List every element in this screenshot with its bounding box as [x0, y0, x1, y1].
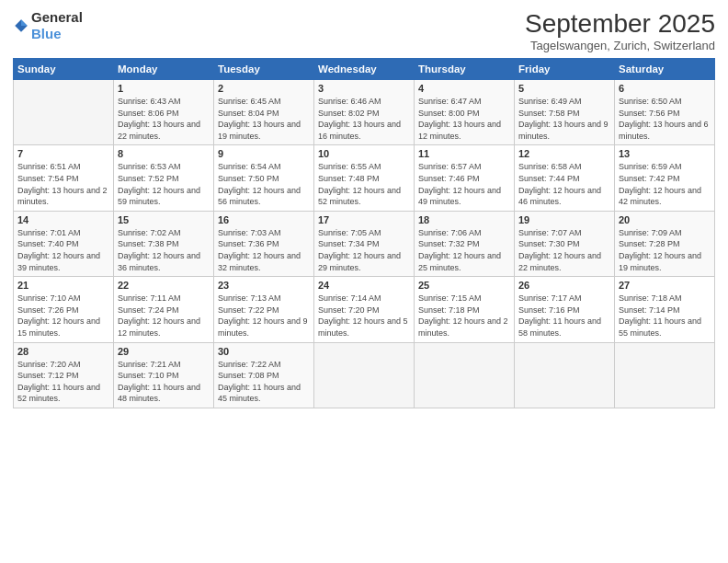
day-number: 15 [118, 214, 210, 225]
cell-info: Sunrise: 7:13 AMSunset: 7:22 PMDaylight:… [218, 293, 310, 339]
logo-text: General Blue [31, 9, 83, 42]
week-row-4: 21Sunrise: 7:10 AMSunset: 7:26 PMDayligh… [14, 277, 715, 342]
cell-info: Sunrise: 6:53 AMSunset: 7:52 PMDaylight:… [118, 161, 210, 207]
calendar-cell: 10Sunrise: 6:55 AMSunset: 7:48 PMDayligh… [314, 145, 415, 211]
calendar-cell: 4Sunrise: 6:47 AMSunset: 8:00 PMDaylight… [415, 80, 515, 145]
calendar-cell: 5Sunrise: 6:49 AMSunset: 7:58 PMDaylight… [515, 80, 615, 145]
header: General Blue September 2025 Tagelswangen… [13, 9, 715, 52]
calendar-cell: 1Sunrise: 6:43 AMSunset: 8:06 PMDaylight… [114, 80, 214, 145]
cell-info: Sunrise: 7:21 AMSunset: 7:10 PMDaylight:… [118, 359, 210, 405]
calendar-cell: 3Sunrise: 6:46 AMSunset: 8:02 PMDaylight… [314, 80, 415, 145]
week-row-5: 28Sunrise: 7:20 AMSunset: 7:12 PMDayligh… [14, 342, 715, 408]
calendar-cell: 24Sunrise: 7:14 AMSunset: 7:20 PMDayligh… [314, 277, 415, 342]
calendar-cell: 17Sunrise: 7:05 AMSunset: 7:34 PMDayligh… [314, 211, 415, 276]
weekday-header-wednesday: Wednesday [314, 59, 415, 80]
day-number: 10 [318, 148, 410, 159]
calendar-cell: 9Sunrise: 6:54 AMSunset: 7:50 PMDaylight… [214, 145, 314, 211]
cell-info: Sunrise: 6:58 AMSunset: 7:44 PMDaylight:… [518, 161, 610, 207]
day-number: 21 [17, 280, 109, 291]
cell-info: Sunrise: 7:07 AMSunset: 7:30 PMDaylight:… [518, 227, 610, 273]
week-row-3: 14Sunrise: 7:01 AMSunset: 7:40 PMDayligh… [14, 211, 715, 276]
calendar-cell: 26Sunrise: 7:17 AMSunset: 7:16 PMDayligh… [515, 277, 615, 342]
calendar-cell: 27Sunrise: 7:18 AMSunset: 7:14 PMDayligh… [615, 277, 715, 342]
day-number: 27 [619, 280, 711, 291]
weekday-header-saturday: Saturday [615, 59, 715, 80]
cell-info: Sunrise: 6:43 AMSunset: 8:06 PMDaylight:… [118, 96, 210, 142]
svg-marker-1 [21, 19, 28, 26]
day-number: 26 [518, 280, 610, 291]
cell-info: Sunrise: 6:55 AMSunset: 7:48 PMDaylight:… [318, 161, 410, 207]
calendar-cell: 2Sunrise: 6:45 AMSunset: 8:04 PMDaylight… [214, 80, 314, 145]
day-number: 28 [17, 346, 109, 357]
calendar-cell: 18Sunrise: 7:06 AMSunset: 7:32 PMDayligh… [415, 211, 515, 276]
cell-info: Sunrise: 6:45 AMSunset: 8:04 PMDaylight:… [218, 96, 310, 142]
cell-info: Sunrise: 6:47 AMSunset: 8:00 PMDaylight:… [418, 96, 510, 142]
week-row-1: 1Sunrise: 6:43 AMSunset: 8:06 PMDaylight… [14, 80, 715, 145]
cell-info: Sunrise: 6:57 AMSunset: 7:46 PMDaylight:… [418, 161, 510, 207]
cell-info: Sunrise: 7:01 AMSunset: 7:40 PMDaylight:… [17, 227, 109, 273]
weekday-header-tuesday: Tuesday [214, 59, 314, 80]
cell-info: Sunrise: 7:06 AMSunset: 7:32 PMDaylight:… [418, 227, 510, 273]
day-number: 7 [17, 148, 109, 159]
calendar-cell: 15Sunrise: 7:02 AMSunset: 7:38 PMDayligh… [114, 211, 214, 276]
calendar-cell [615, 342, 715, 408]
day-number: 18 [418, 214, 510, 225]
calendar-cell: 13Sunrise: 6:59 AMSunset: 7:42 PMDayligh… [615, 145, 715, 211]
title-block: September 2025 Tagelswangen, Zurich, Swi… [525, 9, 715, 52]
calendar-cell [415, 342, 515, 408]
day-number: 5 [518, 83, 610, 94]
day-number: 14 [17, 214, 109, 225]
calendar-cell: 14Sunrise: 7:01 AMSunset: 7:40 PMDayligh… [14, 211, 114, 276]
calendar-cell: 30Sunrise: 7:22 AMSunset: 7:08 PMDayligh… [214, 342, 314, 408]
calendar-cell: 11Sunrise: 6:57 AMSunset: 7:46 PMDayligh… [415, 145, 515, 211]
cell-info: Sunrise: 7:09 AMSunset: 7:28 PMDaylight:… [619, 227, 711, 273]
weekday-header-monday: Monday [114, 59, 214, 80]
cell-info: Sunrise: 6:50 AMSunset: 7:56 PMDaylight:… [619, 96, 711, 142]
day-number: 30 [218, 346, 310, 357]
day-number: 19 [518, 214, 610, 225]
cell-info: Sunrise: 7:05 AMSunset: 7:34 PMDaylight:… [318, 227, 410, 273]
cell-info: Sunrise: 7:03 AMSunset: 7:36 PMDaylight:… [218, 227, 310, 273]
calendar-cell: 25Sunrise: 7:15 AMSunset: 7:18 PMDayligh… [415, 277, 515, 342]
cell-info: Sunrise: 7:22 AMSunset: 7:08 PMDaylight:… [218, 359, 310, 405]
calendar-cell: 20Sunrise: 7:09 AMSunset: 7:28 PMDayligh… [615, 211, 715, 276]
cell-info: Sunrise: 7:02 AMSunset: 7:38 PMDaylight:… [118, 227, 210, 273]
calendar-cell: 29Sunrise: 7:21 AMSunset: 7:10 PMDayligh… [114, 342, 214, 408]
calendar-table: SundayMondayTuesdayWednesdayThursdayFrid… [13, 58, 715, 408]
day-number: 3 [318, 83, 410, 94]
cell-info: Sunrise: 7:20 AMSunset: 7:12 PMDaylight:… [17, 359, 109, 405]
day-number: 8 [118, 148, 210, 159]
calendar-cell: 23Sunrise: 7:13 AMSunset: 7:22 PMDayligh… [214, 277, 314, 342]
cell-info: Sunrise: 7:11 AMSunset: 7:24 PMDaylight:… [118, 293, 210, 339]
logo: General Blue [13, 9, 83, 42]
calendar-cell: 22Sunrise: 7:11 AMSunset: 7:24 PMDayligh… [114, 277, 214, 342]
cell-info: Sunrise: 7:15 AMSunset: 7:18 PMDaylight:… [418, 293, 510, 339]
cell-info: Sunrise: 7:14 AMSunset: 7:20 PMDaylight:… [318, 293, 410, 339]
logo-icon [13, 17, 29, 34]
day-number: 17 [318, 214, 410, 225]
cell-info: Sunrise: 7:18 AMSunset: 7:14 PMDaylight:… [619, 293, 711, 339]
logo-general: General [31, 9, 83, 25]
cell-info: Sunrise: 6:51 AMSunset: 7:54 PMDaylight:… [17, 161, 109, 207]
calendar-cell [314, 342, 415, 408]
day-number: 12 [518, 148, 610, 159]
day-number: 2 [218, 83, 310, 94]
day-number: 29 [118, 346, 210, 357]
day-number: 23 [218, 280, 310, 291]
day-number: 25 [418, 280, 510, 291]
weekday-header-friday: Friday [515, 59, 615, 80]
day-number: 24 [318, 280, 410, 291]
calendar-cell: 16Sunrise: 7:03 AMSunset: 7:36 PMDayligh… [214, 211, 314, 276]
location: Tagelswangen, Zurich, Switzerland [525, 39, 715, 52]
calendar-cell: 7Sunrise: 6:51 AMSunset: 7:54 PMDaylight… [14, 145, 114, 211]
calendar-cell: 19Sunrise: 7:07 AMSunset: 7:30 PMDayligh… [515, 211, 615, 276]
cell-info: Sunrise: 7:10 AMSunset: 7:26 PMDaylight:… [17, 293, 109, 339]
calendar-cell: 12Sunrise: 6:58 AMSunset: 7:44 PMDayligh… [515, 145, 615, 211]
month-title: September 2025 [525, 9, 715, 39]
calendar-cell: 28Sunrise: 7:20 AMSunset: 7:12 PMDayligh… [14, 342, 114, 408]
day-number: 16 [218, 214, 310, 225]
day-number: 20 [619, 214, 711, 225]
calendar-cell: 6Sunrise: 6:50 AMSunset: 7:56 PMDaylight… [615, 80, 715, 145]
cell-info: Sunrise: 6:54 AMSunset: 7:50 PMDaylight:… [218, 161, 310, 207]
week-row-2: 7Sunrise: 6:51 AMSunset: 7:54 PMDaylight… [14, 145, 715, 211]
